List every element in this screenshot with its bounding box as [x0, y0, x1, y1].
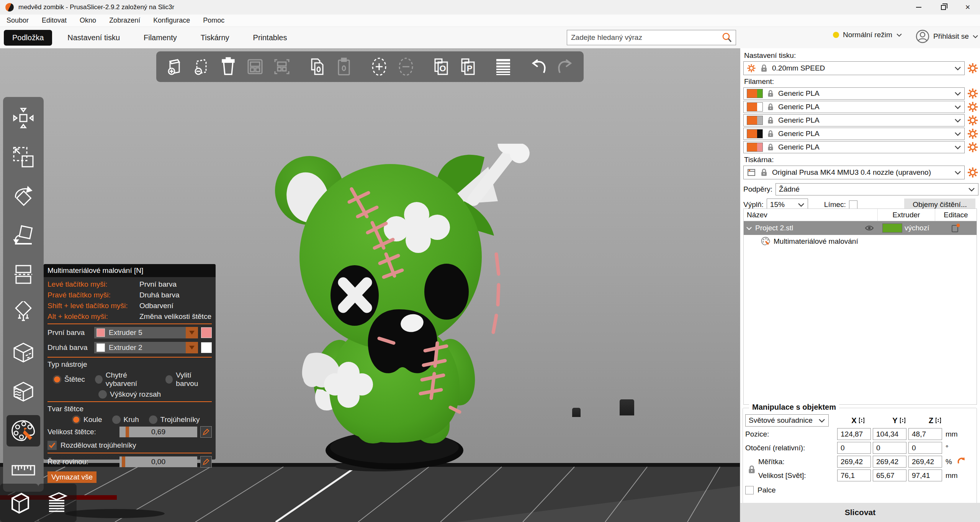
- tool-brush-radio[interactable]: Štětec: [53, 371, 85, 388]
- menu-pomoc[interactable]: Pomoc: [196, 16, 231, 25]
- arrange-button[interactable]: [243, 53, 267, 80]
- slice-button[interactable]: Slicovat: [740, 503, 980, 522]
- fuzzy-skin-tool-button[interactable]: [7, 376, 40, 407]
- editor-view-button[interactable]: [0, 484, 38, 522]
- restore-button[interactable]: [931, 0, 955, 15]
- object-extruder-swatch[interactable]: [882, 223, 902, 233]
- first-color-preview[interactable]: [201, 327, 212, 338]
- second-color-select[interactable]: Extruder 2: [94, 342, 198, 353]
- first-color-select[interactable]: Extruder 5: [94, 327, 198, 338]
- measure-tool-button[interactable]: [7, 454, 40, 486]
- remove-instance-button[interactable]: [394, 53, 418, 80]
- print-settings-edit-button[interactable]: [967, 62, 978, 74]
- filament-5-edit-button[interactable]: [967, 141, 978, 153]
- split-to-parts-button[interactable]: P: [456, 53, 480, 80]
- expand-chevron-icon[interactable]: [746, 226, 752, 230]
- tab-tiskarny[interactable]: Tiskárny: [192, 30, 238, 46]
- menu-konfigurace[interactable]: Konfigurace: [147, 16, 196, 25]
- preview-view-button[interactable]: [38, 484, 77, 522]
- filament-4-edit-button[interactable]: [967, 128, 978, 140]
- undo-button[interactable]: [526, 53, 551, 80]
- object-row-selected[interactable]: Project 2.stl výchozí: [744, 221, 977, 235]
- paint-supports-tool-button[interactable]: [7, 298, 40, 329]
- object-settings-icon[interactable]: [951, 223, 960, 233]
- shape-triangles-radio[interactable]: Trojúhelníky: [149, 415, 200, 424]
- rotation-x-field[interactable]: [837, 442, 871, 454]
- move-tool-button[interactable]: [7, 102, 40, 134]
- position-x-field[interactable]: [837, 428, 871, 440]
- tab-filamenty[interactable]: Filamenty: [135, 30, 185, 46]
- printer-select[interactable]: Original Prusa MK4 MMU3 0.4 nozzle (upra…: [743, 166, 965, 179]
- scale-y-field[interactable]: [873, 456, 906, 468]
- close-button[interactable]: ×: [955, 0, 980, 15]
- tab-nastaveni-tisku[interactable]: Nastavení tisku: [59, 30, 128, 46]
- search-box[interactable]: [567, 30, 736, 45]
- rotate-tool-button[interactable]: [7, 181, 40, 212]
- rotation-y-field[interactable]: [873, 442, 906, 454]
- filament-3-select[interactable]: Generic PLA: [743, 114, 965, 126]
- 3d-viewport[interactable]: O P: [0, 48, 740, 522]
- inches-checkbox[interactable]: [745, 486, 754, 494]
- size-z-field[interactable]: [908, 469, 942, 481]
- tab-podlozka[interactable]: Podložka: [4, 30, 52, 46]
- add-object-button[interactable]: [162, 53, 187, 80]
- variable-layer-height-button[interactable]: [491, 53, 515, 80]
- object-row-mmu-painting[interactable]: Multimateriálové malování: [744, 235, 977, 248]
- scale-z-field[interactable]: [908, 456, 942, 468]
- shape-sphere-radio[interactable]: Koule: [72, 415, 102, 424]
- filament-3-edit-button[interactable]: [967, 115, 978, 126]
- split-triangles-checkbox[interactable]: Rozdělovat trojúhelníky: [47, 441, 212, 450]
- delete-object-button[interactable]: [189, 53, 214, 80]
- filament-1-edit-button[interactable]: [967, 88, 978, 99]
- filament-2-select[interactable]: Generic PLA: [743, 101, 965, 113]
- scale-tool-button[interactable]: [7, 141, 40, 173]
- filament-4-select[interactable]: Generic PLA: [743, 128, 965, 140]
- redo-button[interactable]: [553, 53, 578, 80]
- visibility-eye-icon[interactable]: [864, 224, 874, 232]
- menu-soubor[interactable]: Soubor: [0, 16, 35, 25]
- menu-editovat[interactable]: Editovat: [35, 16, 73, 25]
- brush-size-slider[interactable]: 0,69: [119, 427, 197, 437]
- uniform-scale-lock-icon[interactable]: [747, 464, 757, 475]
- scale-x-field[interactable]: [837, 456, 871, 468]
- menu-okno[interactable]: Okno: [73, 16, 103, 25]
- login-button[interactable]: Přihlásit se: [915, 29, 978, 44]
- supports-select[interactable]: Žádné: [775, 183, 978, 195]
- edit-value-button[interactable]: [200, 456, 212, 468]
- coordinates-select[interactable]: Světové souřadnice: [745, 414, 829, 427]
- filament-2-edit-button[interactable]: [967, 101, 978, 113]
- tool-height-range-radio[interactable]: Výškový rozsah: [98, 390, 161, 399]
- delete-all-button[interactable]: [216, 53, 241, 80]
- minimize-button[interactable]: [906, 0, 931, 15]
- add-instance-button[interactable]: [367, 53, 391, 80]
- place-on-face-tool-button[interactable]: [7, 220, 40, 251]
- copy-button[interactable]: [305, 53, 329, 80]
- clipping-plane-slider[interactable]: 0,00: [119, 456, 197, 467]
- second-color-preview[interactable]: [201, 342, 212, 353]
- size-x-field[interactable]: [837, 469, 871, 481]
- clear-all-button[interactable]: Vymazat vše: [47, 471, 97, 483]
- seam-painting-tool-button[interactable]: [7, 337, 40, 368]
- tool-bucket-fill-radio[interactable]: Vylití barvou: [165, 371, 212, 388]
- split-to-objects-button[interactable]: O: [429, 53, 453, 80]
- mode-selector[interactable]: Normální režim: [833, 31, 902, 39]
- cut-tool-button[interactable]: [7, 259, 40, 290]
- shape-circle-radio[interactable]: Kruh: [112, 415, 139, 424]
- size-y-field[interactable]: [873, 469, 906, 481]
- position-y-field[interactable]: [873, 428, 906, 440]
- search-input[interactable]: [567, 33, 721, 42]
- arrange-selected-button[interactable]: [270, 53, 294, 80]
- position-z-field[interactable]: [908, 428, 942, 440]
- rotation-z-field[interactable]: [908, 442, 942, 454]
- edit-value-button[interactable]: [200, 426, 212, 438]
- tab-printables[interactable]: Printables: [245, 30, 296, 46]
- multimaterial-painting-tool-button[interactable]: [7, 415, 40, 446]
- menu-zobrazeni[interactable]: Zobrazení: [103, 16, 147, 25]
- printer-edit-button[interactable]: [967, 167, 978, 178]
- tool-smart-fill-radio[interactable]: Chytré vybarvení: [95, 371, 155, 388]
- reset-scale-icon[interactable]: [957, 457, 967, 467]
- paste-button[interactable]: [332, 53, 356, 80]
- print-settings-select[interactable]: 0.20mm SPEED: [743, 61, 965, 75]
- brim-checkbox[interactable]: [849, 200, 857, 209]
- filament-1-select[interactable]: Generic PLA: [743, 87, 965, 100]
